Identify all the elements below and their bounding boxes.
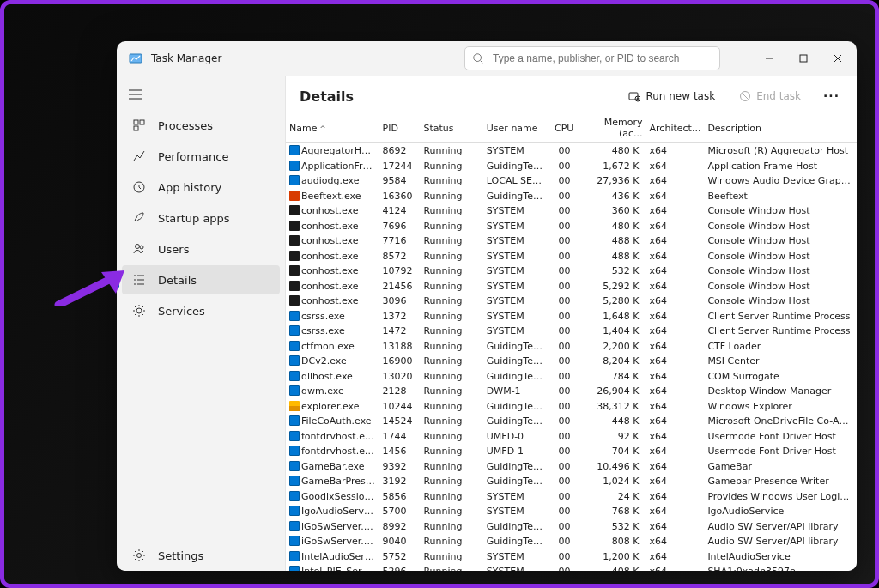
- process-icon: [289, 415, 300, 426]
- end-task-button: End task: [730, 85, 809, 107]
- sidebar-item-performance[interactable]: Performance: [122, 142, 280, 171]
- close-button[interactable]: [821, 45, 855, 72]
- nav-label: Performance: [158, 150, 228, 163]
- col-user[interactable]: User name: [483, 113, 546, 143]
- minimize-button[interactable]: [752, 45, 786, 72]
- search-icon: [472, 52, 484, 64]
- svg-point-1: [474, 54, 482, 62]
- nav-label: Users: [158, 243, 189, 256]
- table-row[interactable]: ApplicationFrameHos...17244RunningGuidin…: [286, 159, 857, 174]
- nav-label: Processes: [158, 119, 213, 132]
- process-icon: [289, 536, 300, 546]
- process-icon: [289, 401, 300, 411]
- table-row[interactable]: IntelAudioService.exe5752RunningSYSTEM00…: [286, 549, 857, 565]
- process-icon: [289, 145, 300, 155]
- process-icon: [289, 191, 300, 201]
- maximize-button[interactable]: [786, 45, 821, 72]
- nav-label: Startup apps: [158, 212, 230, 225]
- process-icon: [289, 311, 300, 321]
- table-row[interactable]: ctfmon.exe13188RunningGuidingTech002,200…: [286, 339, 857, 355]
- gear-icon: [132, 549, 146, 562]
- table-row[interactable]: Intel_PIE_Service.exe5296RunningSYSTEM00…: [286, 564, 857, 571]
- col-arch[interactable]: Architect...: [646, 113, 705, 143]
- performance-icon: [132, 149, 146, 163]
- sidebar: Processes Performance App history Startu…: [117, 76, 285, 571]
- process-icon: [289, 235, 300, 246]
- col-status[interactable]: Status: [420, 113, 482, 143]
- table-row[interactable]: conhost.exe3096RunningSYSTEM005,280 Kx64…: [286, 294, 857, 309]
- table-row[interactable]: conhost.exe7696RunningSYSTEM00480 Kx64Co…: [286, 219, 857, 234]
- table-row[interactable]: GameBarPresenceWri...3192RunningGuidingT…: [286, 474, 857, 489]
- table-row[interactable]: csrss.exe1372RunningSYSTEM001,648 Kx64Cl…: [286, 309, 857, 324]
- table-row[interactable]: GameBar.exe9392RunningGuidingTech0010,49…: [286, 459, 857, 475]
- nav-label: Details: [158, 274, 197, 287]
- sidebar-item-app-history[interactable]: App history: [122, 173, 280, 202]
- process-icon: [289, 491, 300, 501]
- end-task-label: End task: [756, 90, 801, 102]
- process-icon: [289, 506, 300, 516]
- table-row[interactable]: GoodixSessionService...5856RunningSYSTEM…: [286, 489, 857, 505]
- table-row[interactable]: conhost.exe8572RunningSYSTEM00488 Kx64Co…: [286, 249, 857, 264]
- svg-rect-4: [140, 120, 144, 124]
- search-box[interactable]: [464, 46, 720, 70]
- process-icon: [289, 251, 300, 261]
- svg-point-10: [137, 554, 142, 558]
- table-row[interactable]: iGoSwServer.exe9040RunningGuidingTech008…: [286, 534, 857, 549]
- table-row[interactable]: audiodg.exe9584RunningLOCAL SERV...0027,…: [286, 173, 857, 189]
- svg-point-8: [140, 246, 143, 249]
- search-input[interactable]: [491, 52, 712, 65]
- nav-label: Services: [158, 305, 205, 318]
- table-row[interactable]: dwm.exe2128RunningDWM-10026,904 Kx64Desk…: [286, 384, 857, 399]
- details-table-wrap[interactable]: Name PID Status User name CPU Memory (ac…: [286, 113, 857, 571]
- process-icon: [289, 325, 300, 336]
- col-desc[interactable]: Description: [704, 113, 857, 143]
- svg-point-7: [136, 245, 140, 249]
- svg-rect-2: [800, 55, 807, 62]
- table-row[interactable]: csrss.exe1472RunningSYSTEM001,404 Kx64Cl…: [286, 324, 857, 339]
- task-manager-icon: [129, 52, 142, 65]
- page-title: Details: [300, 88, 354, 105]
- run-new-task-button[interactable]: Run new task: [620, 85, 724, 107]
- table-row[interactable]: fontdrvhost.exe1744RunningUMFD-00092 Kx6…: [286, 429, 857, 445]
- table-row[interactable]: IgoAudioService_x64....5700RunningSYSTEM…: [286, 504, 857, 519]
- annotation-arrow: [54, 270, 136, 310]
- sidebar-item-services[interactable]: Services: [122, 296, 280, 325]
- hamburger-button[interactable]: [117, 79, 285, 110]
- sidebar-item-users[interactable]: Users: [122, 234, 280, 264]
- col-pid[interactable]: PID: [379, 113, 421, 143]
- table-row[interactable]: fontdrvhost.exe1456RunningUMFD-100704 Kx…: [286, 444, 857, 459]
- col-name[interactable]: Name: [286, 113, 379, 143]
- table-row[interactable]: AggregatorHost.exe8692RunningSYSTEM00480…: [286, 143, 857, 159]
- process-icon: [289, 161, 300, 171]
- table-row[interactable]: DCv2.exe16900RunningGuidingTech008,204 K…: [286, 354, 857, 369]
- process-icon: [289, 551, 300, 561]
- more-options-button[interactable]: ···: [816, 84, 846, 108]
- history-icon: [132, 180, 146, 194]
- table-row[interactable]: conhost.exe4124RunningSYSTEM00360 Kx64Co…: [286, 203, 857, 219]
- table-row[interactable]: Beeftext.exe16360RunningGuidingTech00436…: [286, 189, 857, 204]
- titlebar: Task Manager: [117, 41, 857, 76]
- sidebar-item-processes[interactable]: Processes: [122, 111, 280, 140]
- details-table: Name PID Status User name CPU Memory (ac…: [286, 113, 857, 571]
- settings-label: Settings: [158, 549, 203, 562]
- processes-icon: [132, 118, 146, 132]
- sidebar-item-startup-apps[interactable]: Startup apps: [122, 203, 280, 233]
- process-icon: [289, 355, 300, 366]
- svg-rect-5: [134, 126, 138, 130]
- table-row[interactable]: conhost.exe21456RunningSYSTEM005,292 Kx6…: [286, 279, 857, 294]
- table-row[interactable]: FileCoAuth.exe14524RunningGuidingTech004…: [286, 414, 857, 429]
- toolbar: Details Run new task End task ···: [286, 76, 857, 113]
- process-icon: [289, 566, 300, 571]
- table-row[interactable]: conhost.exe10792RunningSYSTEM00532 Kx64C…: [286, 264, 857, 279]
- table-row[interactable]: conhost.exe7716RunningSYSTEM00488 Kx64Co…: [286, 233, 857, 249]
- menu-icon: [129, 89, 142, 100]
- table-row[interactable]: dllhost.exe13020RunningGuidingTech00784 …: [286, 369, 857, 385]
- users-icon: [132, 242, 146, 256]
- table-row[interactable]: iGoSwServer.exe8992RunningGuidingTech005…: [286, 519, 857, 535]
- sidebar-item-details[interactable]: Details: [122, 265, 280, 294]
- sidebar-item-settings[interactable]: Settings: [122, 541, 280, 570]
- col-memory[interactable]: Memory (ac...: [577, 113, 646, 143]
- col-cpu[interactable]: CPU: [546, 113, 577, 143]
- table-row[interactable]: explorer.exe10244RunningGuidingTech0038,…: [286, 399, 857, 415]
- process-icon: [289, 295, 300, 306]
